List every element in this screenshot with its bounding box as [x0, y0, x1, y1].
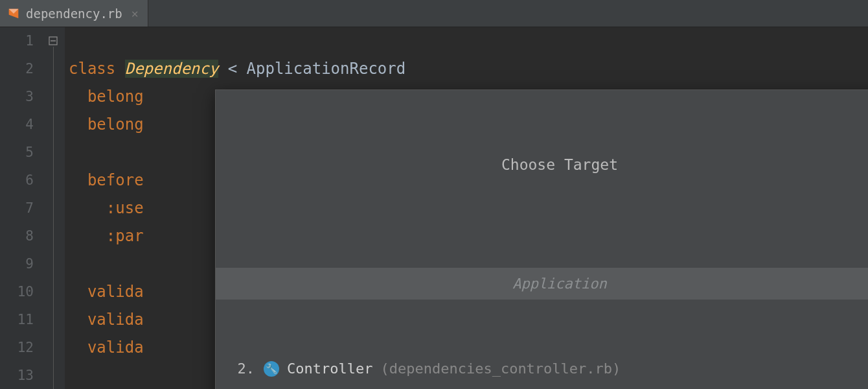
line-number: 13 [0, 362, 34, 389]
item-hint: (dependencies_controller.rb) [380, 358, 621, 380]
code-token: valida [87, 338, 144, 357]
code-token: belong [87, 115, 144, 134]
line-number: 8 [0, 222, 34, 250]
popup-section-header: Application [216, 268, 868, 300]
tab-filename: dependency.rb [26, 6, 122, 21]
line-number-gutter: 1 2 3 4 5 6 7 8 9 10 11 12 13 [0, 27, 45, 389]
close-icon[interactable]: ✕ [131, 6, 139, 20]
line-number: 6 [0, 167, 34, 194]
code-token: class [69, 60, 115, 78]
line-number: 5 [0, 139, 34, 167]
line-number: 4 [0, 111, 34, 139]
code-area[interactable]: class Dependency < ApplicationRecord bel… [65, 27, 868, 389]
fold-column [45, 27, 65, 389]
fold-minus-icon[interactable] [48, 32, 60, 44]
line-number: 7 [0, 194, 34, 222]
code-token: before [87, 171, 144, 189]
code-token: < [228, 60, 237, 78]
choose-target-popup: Choose Target Application 2. 🔧 Controlle… [215, 89, 868, 389]
line-number: 2 [0, 55, 34, 83]
code-token: belong [87, 88, 144, 106]
tab-bar: dependency.rb ✕ [0, 0, 868, 27]
editor: 1 2 3 4 5 6 7 8 9 10 11 12 13 class Depe… [0, 27, 868, 389]
code-token: :use [106, 199, 144, 217]
controller-icon: 🔧 [264, 361, 279, 377]
line-number: 10 [0, 278, 34, 306]
popup-title: Choose Target [216, 146, 868, 184]
code-token: Dependency [125, 60, 219, 78]
popup-item-controller[interactable]: 2. 🔧 Controller (dependencies_controller… [216, 355, 868, 383]
file-tab[interactable]: dependency.rb ✕ [0, 0, 148, 27]
line-number: 11 [0, 306, 34, 334]
line-number: 3 [0, 83, 34, 111]
line-number: 9 [0, 250, 34, 278]
ruby-file-icon [6, 6, 21, 21]
code-token: :par [106, 227, 144, 245]
item-number: 2. [236, 358, 255, 380]
code-token: valida [87, 283, 144, 301]
code-token: ApplicationRecord [247, 60, 406, 78]
line-number: 12 [0, 334, 34, 362]
line-number: 1 [0, 27, 34, 55]
item-label: Controller [287, 358, 372, 380]
code-token: valida [87, 311, 144, 329]
